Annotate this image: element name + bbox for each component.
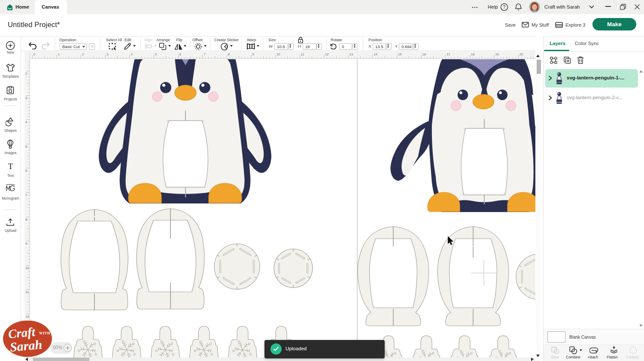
svg-text:WITH: WITH (39, 331, 50, 335)
svg-text:Sarah: Sarah (9, 337, 43, 354)
svg-text:?: ? (503, 4, 506, 9)
